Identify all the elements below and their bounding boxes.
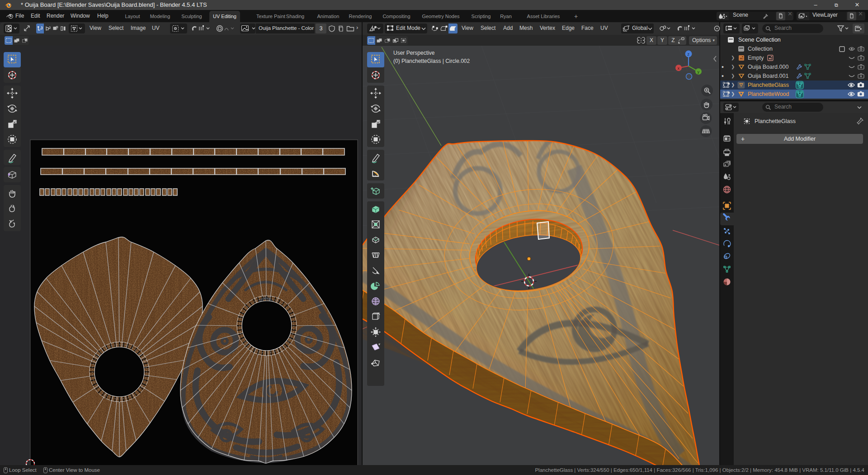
svg-text:x: x bbox=[678, 66, 680, 71]
svg-text:z: z bbox=[688, 52, 690, 57]
svg-text:User Perspective: User Perspective bbox=[393, 50, 435, 56]
svg-text:(0) PlanchetteGlass | Circle.0: (0) PlanchetteGlass | Circle.002 bbox=[393, 58, 470, 64]
svg-text:y: y bbox=[698, 70, 700, 74]
